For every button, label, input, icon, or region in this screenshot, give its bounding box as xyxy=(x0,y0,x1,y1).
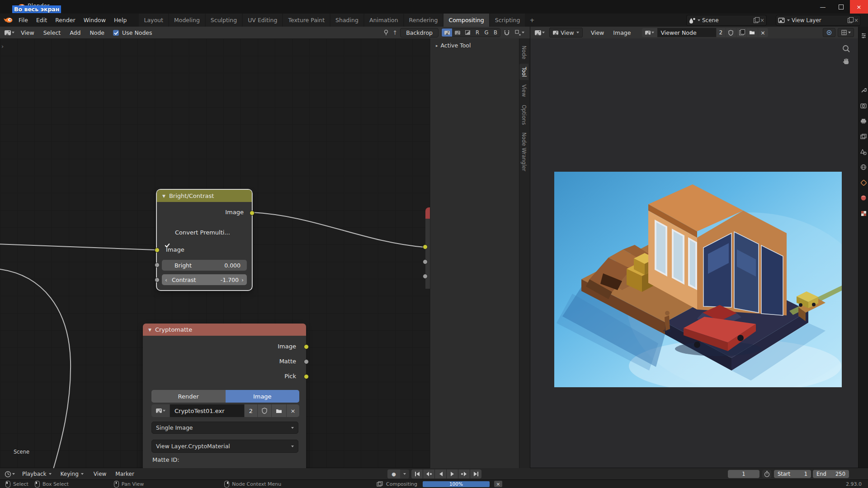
contrast-field[interactable]: ‹ Contrast -1.700 › xyxy=(162,274,247,285)
sidebar-tab-options[interactable]: Options xyxy=(519,102,528,128)
scene-dropdown-icon[interactable] xyxy=(698,19,700,21)
view-layer-dropdown-icon[interactable] xyxy=(787,19,790,21)
playback-menu[interactable]: Playback xyxy=(19,471,55,477)
display-mode-dropdown[interactable]: View xyxy=(549,28,583,38)
input-image-socket[interactable] xyxy=(155,248,160,253)
node-menu-select[interactable]: Select xyxy=(39,29,66,36)
jump-to-end-button[interactable] xyxy=(470,469,481,479)
tab-view-layer[interactable] xyxy=(859,131,868,142)
output-image-socket[interactable] xyxy=(304,344,309,349)
parent-node-tree-icon[interactable]: ↑ xyxy=(392,29,397,36)
collapse-node-icon[interactable]: ▼ xyxy=(148,328,151,332)
tab-texture[interactable] xyxy=(859,207,868,219)
active-tool-panel-title[interactable]: Active Tool xyxy=(441,42,471,49)
editor-type-button[interactable] xyxy=(533,28,547,37)
image-menu-image[interactable]: Image xyxy=(609,29,635,36)
blender-menu-logo-icon[interactable] xyxy=(4,17,13,23)
next-keyframe-button[interactable] xyxy=(458,469,470,479)
channel-alpha-icon[interactable] xyxy=(462,28,473,37)
workspace-tab-compositing[interactable]: Compositing xyxy=(443,14,489,27)
workspace-tab-animation[interactable]: Animation xyxy=(364,14,403,27)
play-button[interactable] xyxy=(447,469,458,479)
source-render-button[interactable]: Render xyxy=(151,390,226,403)
close-button[interactable]: × xyxy=(850,0,868,14)
tab-output[interactable] xyxy=(859,115,868,127)
unlink-image-button[interactable]: × xyxy=(758,28,768,37)
workspace-tab-sculpting[interactable]: Sculpting xyxy=(206,14,242,27)
image-menu-view[interactable]: View xyxy=(586,29,609,36)
prev-keyframe-button[interactable] xyxy=(423,469,434,479)
timeline-marker-menu[interactable]: Marker xyxy=(113,471,137,477)
open-image-button[interactable] xyxy=(747,28,758,37)
image-name-field[interactable]: Viewer Node xyxy=(657,28,716,37)
cryptomatte-layer-dropdown[interactable]: View Layer.CryptoMaterial xyxy=(151,440,298,453)
fake-user-button[interactable] xyxy=(726,28,736,37)
workspace-tab-texture-paint[interactable]: Texture Paint xyxy=(283,14,330,27)
open-image-button[interactable] xyxy=(272,404,286,417)
workspace-tab-shading[interactable]: Shading xyxy=(330,14,363,27)
image-editor-canvas[interactable] xyxy=(530,38,859,468)
scene-name[interactable]: Scene xyxy=(702,17,719,23)
channel-g-button[interactable]: G xyxy=(482,28,491,37)
menu-edit[interactable]: Edit xyxy=(32,14,51,27)
cancel-job-button[interactable]: × xyxy=(494,481,502,487)
cryptomatte-node[interactable]: ▼ Cryptomatte Image Matte Pick Render Im… xyxy=(143,324,306,468)
cryptomatte-header[interactable]: ▼ Cryptomatte xyxy=(143,324,306,336)
bright-input-socket[interactable] xyxy=(155,263,160,267)
node-menu-add[interactable]: Add xyxy=(65,29,85,36)
use-preview-range-button[interactable] xyxy=(762,470,771,478)
viewer-image-input-socket[interactable] xyxy=(423,244,428,249)
node-menu-node[interactable]: Node xyxy=(85,29,109,36)
channel-r-button[interactable]: R xyxy=(473,28,482,37)
keying-options-button[interactable] xyxy=(400,469,409,479)
frame-end-field[interactable]: End 250 xyxy=(813,470,849,478)
use-nodes-checkbox[interactable] xyxy=(113,30,119,36)
backdrop-toggle-button[interactable]: Backdrop xyxy=(400,28,439,38)
view-layer-selector[interactable]: View Layer × xyxy=(776,15,861,26)
workspace-tab-modeling[interactable]: Modeling xyxy=(169,14,205,27)
viewer-alpha-input-socket[interactable] xyxy=(423,259,428,264)
bright-contrast-header[interactable]: ▼ Bright/Contrast xyxy=(157,190,252,202)
output-pick-socket[interactable] xyxy=(304,374,309,379)
workspace-tab-scripting[interactable]: Scripting xyxy=(490,14,525,27)
channel-color-icon[interactable] xyxy=(452,28,462,37)
maximize-button[interactable] xyxy=(832,0,850,14)
pin-icon[interactable] xyxy=(382,29,390,36)
contrast-increase-icon[interactable]: › xyxy=(239,277,247,283)
menu-file[interactable]: File xyxy=(14,14,32,27)
image-users-button[interactable]: 2 xyxy=(245,404,257,417)
scene-selector[interactable]: Scene × xyxy=(686,15,767,26)
node-canvas[interactable]: › Scene ▼ Bright/Contrast Image Convert … xyxy=(0,38,530,468)
auto-keying-record-button[interactable]: ● xyxy=(387,469,400,479)
channel-color-alpha-icon[interactable] xyxy=(442,28,452,37)
output-image-socket[interactable] xyxy=(250,211,255,216)
pan-gizmo-button[interactable] xyxy=(841,56,851,66)
image-browse-button[interactable] xyxy=(151,404,170,417)
overlays-toggle-button[interactable] xyxy=(823,28,835,37)
snap-target-button[interactable] xyxy=(513,28,526,37)
workspace-tab-layout[interactable]: Layout xyxy=(139,14,168,27)
contrast-decrease-icon[interactable]: ‹ xyxy=(162,277,167,283)
snap-magnet-icon[interactable] xyxy=(503,29,510,36)
bright-field[interactable]: Bright 0.000 xyxy=(162,260,247,271)
tab-tool[interactable] xyxy=(859,84,868,96)
tab-world[interactable] xyxy=(859,161,868,173)
workspace-tab-uv-editing[interactable]: UV Editing xyxy=(243,14,282,27)
collapse-node-icon[interactable]: ▼ xyxy=(162,194,165,198)
menu-render[interactable]: Render xyxy=(51,14,80,27)
duplicate-image-button[interactable] xyxy=(736,28,746,37)
jump-to-start-button[interactable] xyxy=(411,469,423,479)
tab-scene[interactable] xyxy=(859,146,868,158)
image-source-dropdown[interactable]: Single Image xyxy=(151,422,298,434)
minimize-button[interactable]: — xyxy=(814,0,832,14)
sidebar-tab-node-wrangler[interactable]: Node Wrangler xyxy=(519,129,528,174)
zoom-gizmo-button[interactable] xyxy=(841,44,851,54)
view-layer-name[interactable]: View Layer xyxy=(792,17,821,23)
sidebar-tab-tool[interactable]: Tool xyxy=(519,64,528,80)
properties-editor-type-button[interactable] xyxy=(859,29,868,41)
tab-object[interactable] xyxy=(859,177,868,188)
panel-expand-icon[interactable]: ▸ xyxy=(436,43,438,48)
timeline-view-menu[interactable]: View xyxy=(89,471,111,477)
unlink-scene-icon[interactable]: × xyxy=(760,17,764,23)
menu-help[interactable]: Help xyxy=(110,14,131,27)
